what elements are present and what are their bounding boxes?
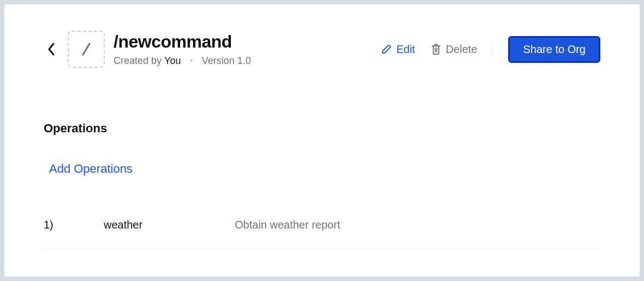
pencil-icon <box>381 44 392 55</box>
trash-icon <box>431 43 442 55</box>
operation-name: weather <box>104 219 235 231</box>
page-title: /newcommand <box>114 32 251 52</box>
back-button[interactable] <box>44 42 59 57</box>
command-icon-placeholder[interactable] <box>68 31 105 68</box>
share-to-org-button[interactable]: Share to Org <box>508 36 600 63</box>
header-row: /newcommand Created by You • Version 1.0… <box>44 31 600 68</box>
edit-button[interactable]: Edit <box>381 43 415 56</box>
created-by: Created by You <box>114 55 181 67</box>
subtitle-row: Created by You • Version 1.0 <box>114 55 251 67</box>
created-prefix: Created by <box>114 55 164 66</box>
operation-index: 1) <box>44 219 104 231</box>
delete-button[interactable]: Delete <box>431 43 478 56</box>
add-operations-button[interactable]: Add Operations <box>49 162 133 176</box>
subtitle-separator: • <box>189 55 193 67</box>
edit-label: Edit <box>396 43 415 56</box>
operations-section-title: Operations <box>44 121 600 136</box>
action-separator <box>492 42 493 57</box>
operation-row[interactable]: 1) weather Obtain weather report <box>44 219 600 249</box>
title-block: /newcommand Created by You • Version 1.0 <box>114 32 251 67</box>
command-detail-page: /newcommand Created by You • Version 1.0… <box>4 4 640 277</box>
created-author: You <box>164 55 181 66</box>
operation-description: Obtain weather report <box>235 219 340 231</box>
version-label: Version 1.0 <box>202 55 251 67</box>
chevron-left-icon <box>47 42 56 56</box>
slash-icon <box>77 40 96 58</box>
header-actions: Edit Delete Share to Org <box>381 36 600 63</box>
delete-label: Delete <box>446 43 478 56</box>
svg-line-0 <box>83 44 90 55</box>
